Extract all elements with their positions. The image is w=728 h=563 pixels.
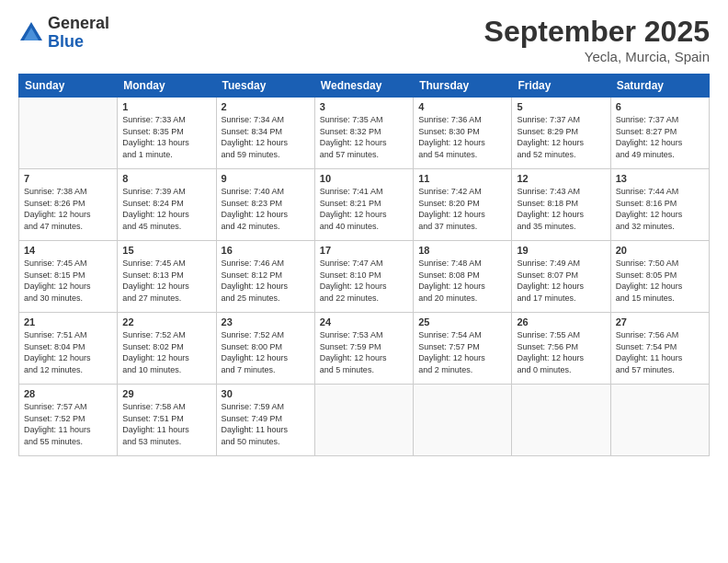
table-row: 5Sunrise: 7:37 AM Sunset: 8:29 PM Daylig… [512, 98, 610, 169]
table-row: 21Sunrise: 7:51 AM Sunset: 8:04 PM Dayli… [19, 313, 118, 385]
table-row: 22Sunrise: 7:52 AM Sunset: 8:02 PM Dayli… [118, 313, 216, 385]
day-number: 9 [222, 173, 310, 184]
location: Yecla, Murcia, Spain [484, 49, 710, 64]
day-number: 5 [517, 101, 605, 112]
day-info: Sunrise: 7:41 AM Sunset: 8:21 PM Dayligh… [320, 186, 408, 232]
day-info: Sunrise: 7:49 AM Sunset: 8:07 PM Dayligh… [517, 258, 605, 304]
logo-icon [18, 20, 44, 46]
day-number: 20 [616, 245, 704, 256]
header-sunday: Sunday [19, 75, 118, 98]
day-info: Sunrise: 7:44 AM Sunset: 8:16 PM Dayligh… [616, 186, 704, 232]
day-info: Sunrise: 7:40 AM Sunset: 8:23 PM Dayligh… [222, 186, 310, 232]
day-number: 2 [222, 101, 310, 112]
table-row: 3Sunrise: 7:35 AM Sunset: 8:32 PM Daylig… [314, 98, 413, 169]
table-row [314, 385, 413, 456]
header-tuesday: Tuesday [216, 75, 314, 98]
day-number: 16 [222, 245, 310, 256]
table-row: 20Sunrise: 7:50 AM Sunset: 8:05 PM Dayli… [610, 241, 709, 313]
calendar-week-1: 1Sunrise: 7:33 AM Sunset: 8:35 PM Daylig… [19, 98, 710, 169]
table-row: 9Sunrise: 7:40 AM Sunset: 8:23 PM Daylig… [216, 169, 314, 241]
table-row: 30Sunrise: 7:59 AM Sunset: 7:49 PM Dayli… [216, 385, 314, 456]
calendar-table: Sunday Monday Tuesday Wednesday Thursday… [18, 74, 710, 456]
day-info: Sunrise: 7:54 AM Sunset: 7:57 PM Dayligh… [418, 329, 506, 375]
day-info: Sunrise: 7:52 AM Sunset: 8:02 PM Dayligh… [122, 329, 210, 375]
table-row: 15Sunrise: 7:45 AM Sunset: 8:13 PM Dayli… [118, 241, 216, 313]
table-row: 14Sunrise: 7:45 AM Sunset: 8:15 PM Dayli… [19, 241, 118, 313]
day-number: 10 [320, 173, 408, 184]
day-number: 11 [418, 173, 506, 184]
table-row: 24Sunrise: 7:53 AM Sunset: 7:59 PM Dayli… [314, 313, 413, 385]
table-row: 27Sunrise: 7:56 AM Sunset: 7:54 PM Dayli… [610, 313, 709, 385]
title-block: September 2025 Yecla, Murcia, Spain [484, 15, 710, 64]
table-row: 11Sunrise: 7:42 AM Sunset: 8:20 PM Dayli… [414, 169, 512, 241]
table-row: 6Sunrise: 7:37 AM Sunset: 8:27 PM Daylig… [610, 98, 709, 169]
table-row: 26Sunrise: 7:55 AM Sunset: 7:56 PM Dayli… [512, 313, 610, 385]
calendar-header-row: Sunday Monday Tuesday Wednesday Thursday… [19, 75, 710, 98]
day-info: Sunrise: 7:50 AM Sunset: 8:05 PM Dayligh… [616, 258, 704, 304]
table-row: 10Sunrise: 7:41 AM Sunset: 8:21 PM Dayli… [314, 169, 413, 241]
day-number: 18 [418, 245, 506, 256]
day-number: 14 [24, 245, 112, 256]
day-info: Sunrise: 7:38 AM Sunset: 8:26 PM Dayligh… [24, 186, 112, 232]
day-info: Sunrise: 7:37 AM Sunset: 8:29 PM Dayligh… [517, 114, 605, 160]
day-info: Sunrise: 7:33 AM Sunset: 8:35 PM Dayligh… [122, 114, 210, 160]
page: General Blue September 2025 Yecla, Murci… [0, 0, 728, 563]
day-number: 3 [320, 101, 408, 112]
day-info: Sunrise: 7:42 AM Sunset: 8:20 PM Dayligh… [418, 186, 506, 232]
day-info: Sunrise: 7:48 AM Sunset: 8:08 PM Dayligh… [418, 258, 506, 304]
table-row [19, 98, 118, 169]
table-row: 23Sunrise: 7:52 AM Sunset: 8:00 PM Dayli… [216, 313, 314, 385]
day-number: 28 [24, 388, 112, 399]
header: General Blue September 2025 Yecla, Murci… [18, 15, 710, 64]
day-info: Sunrise: 7:47 AM Sunset: 8:10 PM Dayligh… [320, 258, 408, 304]
calendar-week-2: 7Sunrise: 7:38 AM Sunset: 8:26 PM Daylig… [19, 169, 710, 241]
table-row: 8Sunrise: 7:39 AM Sunset: 8:24 PM Daylig… [118, 169, 216, 241]
table-row: 25Sunrise: 7:54 AM Sunset: 7:57 PM Dayli… [414, 313, 512, 385]
day-info: Sunrise: 7:59 AM Sunset: 7:49 PM Dayligh… [222, 401, 310, 447]
day-info: Sunrise: 7:51 AM Sunset: 8:04 PM Dayligh… [24, 329, 112, 375]
day-info: Sunrise: 7:36 AM Sunset: 8:30 PM Dayligh… [418, 114, 506, 160]
day-info: Sunrise: 7:55 AM Sunset: 7:56 PM Dayligh… [517, 329, 605, 375]
header-saturday: Saturday [610, 75, 709, 98]
logo-text: General Blue [48, 15, 109, 52]
header-friday: Friday [512, 75, 610, 98]
day-number: 26 [517, 316, 605, 327]
table-row: 4Sunrise: 7:36 AM Sunset: 8:30 PM Daylig… [414, 98, 512, 169]
day-info: Sunrise: 7:46 AM Sunset: 8:12 PM Dayligh… [222, 258, 310, 304]
day-number: 27 [616, 316, 704, 327]
table-row: 19Sunrise: 7:49 AM Sunset: 8:07 PM Dayli… [512, 241, 610, 313]
logo-line1: General [48, 15, 109, 33]
day-number: 1 [122, 101, 210, 112]
day-info: Sunrise: 7:58 AM Sunset: 7:51 PM Dayligh… [122, 401, 210, 447]
day-info: Sunrise: 7:56 AM Sunset: 7:54 PM Dayligh… [616, 329, 704, 375]
day-number: 23 [222, 316, 310, 327]
day-info: Sunrise: 7:37 AM Sunset: 8:27 PM Dayligh… [616, 114, 704, 160]
day-info: Sunrise: 7:52 AM Sunset: 8:00 PM Dayligh… [222, 329, 310, 375]
day-number: 17 [320, 245, 408, 256]
table-row [414, 385, 512, 456]
table-row: 12Sunrise: 7:43 AM Sunset: 8:18 PM Dayli… [512, 169, 610, 241]
day-number: 24 [320, 316, 408, 327]
day-info: Sunrise: 7:35 AM Sunset: 8:32 PM Dayligh… [320, 114, 408, 160]
day-number: 7 [24, 173, 112, 184]
table-row: 18Sunrise: 7:48 AM Sunset: 8:08 PM Dayli… [414, 241, 512, 313]
day-number: 15 [122, 245, 210, 256]
day-number: 13 [616, 173, 704, 184]
calendar-week-5: 28Sunrise: 7:57 AM Sunset: 7:52 PM Dayli… [19, 385, 710, 456]
header-thursday: Thursday [414, 75, 512, 98]
day-number: 4 [418, 101, 506, 112]
table-row: 17Sunrise: 7:47 AM Sunset: 8:10 PM Dayli… [314, 241, 413, 313]
day-info: Sunrise: 7:34 AM Sunset: 8:34 PM Dayligh… [222, 114, 310, 160]
table-row: 2Sunrise: 7:34 AM Sunset: 8:34 PM Daylig… [216, 98, 314, 169]
day-number: 12 [517, 173, 605, 184]
day-number: 29 [122, 388, 210, 399]
day-number: 6 [616, 101, 704, 112]
day-number: 19 [517, 245, 605, 256]
day-number: 30 [222, 388, 310, 399]
day-info: Sunrise: 7:45 AM Sunset: 8:15 PM Dayligh… [24, 258, 112, 304]
logo: General Blue [18, 15, 109, 52]
table-row [512, 385, 610, 456]
day-info: Sunrise: 7:45 AM Sunset: 8:13 PM Dayligh… [122, 258, 210, 304]
table-row: 7Sunrise: 7:38 AM Sunset: 8:26 PM Daylig… [19, 169, 118, 241]
table-row: 13Sunrise: 7:44 AM Sunset: 8:16 PM Dayli… [610, 169, 709, 241]
